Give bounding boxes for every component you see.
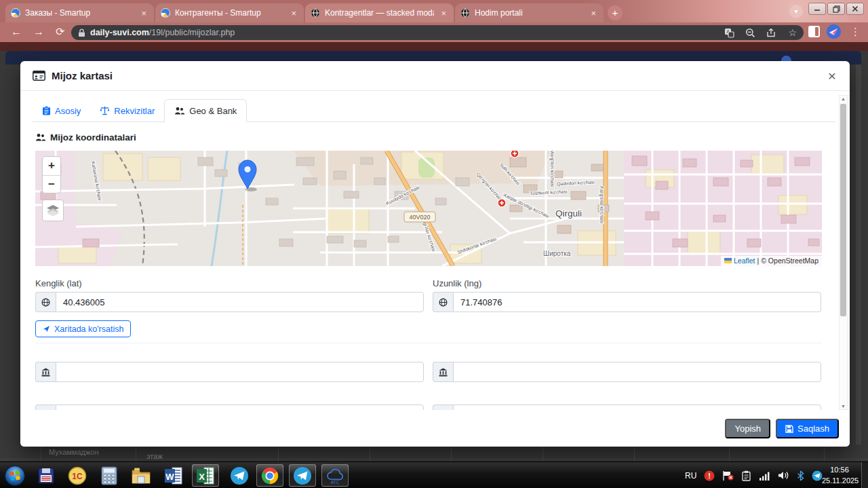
tab-rekvizitlar[interactable]: Rekvizitlar [90, 99, 164, 122]
reload-button[interactable]: ⟳ [56, 24, 64, 39]
modal-footer: Yopish Saqlash [20, 410, 850, 447]
bank-icon [35, 362, 56, 382]
globe-favicon [460, 8, 470, 18]
windows-start-icon [4, 465, 26, 487]
svg-text:W: W [165, 471, 174, 481]
ukraine-flag-icon [724, 258, 732, 263]
smartup-favicon [11, 8, 20, 18]
clipboard-tray-icon[interactable] [741, 470, 751, 481]
browser-menu-icon[interactable]: ⋮ [850, 24, 861, 39]
zoom-in-button[interactable]: + [43, 157, 60, 175]
share-icon[interactable] [766, 28, 777, 38]
page-scrollbar[interactable] [856, 64, 861, 445]
lat-input[interactable] [56, 292, 424, 312]
network-signal-icon[interactable] [759, 471, 770, 481]
lat-label: Kenglik (lat) [35, 278, 82, 288]
bluetooth-icon[interactable] [797, 470, 804, 481]
side-panel-icon[interactable] [808, 26, 820, 37]
lng-input[interactable] [453, 292, 821, 312]
bookmark-star-icon[interactable]: ☆ [788, 27, 797, 38]
show-desktop-button[interactable] [861, 462, 868, 488]
section-title-text: Mijoz koordinatalari [50, 132, 136, 143]
layers-icon [46, 204, 60, 217]
translate-icon[interactable]: A [724, 28, 734, 38]
file-manager-button[interactable] [127, 464, 155, 487]
map-zoom-control: + − [42, 156, 61, 193]
volume-icon[interactable] [778, 470, 789, 481]
mfo-input-group [35, 405, 424, 410]
telegram-app-button[interactable] [226, 464, 253, 487]
telegram-tray-icon[interactable] [812, 470, 823, 481]
floppy-app-button[interactable] [33, 464, 60, 487]
forward-button[interactable]: → [33, 24, 44, 39]
tab-close-icon[interactable]: × [439, 8, 448, 18]
show-on-map-button[interactable]: Xaritada ko'rsatish [35, 320, 131, 337]
oked-input[interactable] [453, 405, 821, 410]
road-ref-text: 40V020 [409, 214, 430, 221]
saqlash-button[interactable]: Saqlash [776, 419, 839, 438]
taskbar-clock[interactable]: 10:56 25.11.2025 [822, 464, 857, 486]
bank-icon [433, 362, 453, 382]
account-input[interactable] [56, 362, 424, 382]
leaflet-link[interactable]: Leaflet [734, 257, 755, 265]
modal-close-icon[interactable]: × [824, 67, 840, 86]
browser-tab-3-active[interactable]: Kontragentlar — stacked modal ( × [305, 3, 454, 22]
mfo-input[interactable] [56, 405, 424, 410]
table-cell-text: Мухаммаджон [49, 448, 99, 456]
chrome-app-button[interactable] [256, 464, 283, 487]
osm-link[interactable]: © OpenStreetMap [761, 257, 818, 265]
tab-geo-bank[interactable]: Geo & Bank [164, 99, 247, 122]
bank-input-group [433, 362, 821, 382]
modal-tab-bar: Asosiy Rekvizitlar Geo & Bank [33, 99, 835, 122]
tab-close-icon[interactable]: × [289, 8, 298, 18]
1c-app-button[interactable]: 1С [64, 464, 91, 487]
modal-header: Mijoz kartasi × [20, 61, 850, 91]
tab-title: Hodim portali [475, 8, 584, 18]
scrollbar-thumb[interactable] [840, 104, 846, 316]
window-restore-button[interactable] [827, 3, 845, 15]
address-bar[interactable]: daily-suvi.com/19l/public/mijozlar.php A… [71, 25, 804, 40]
oked-input-group [433, 405, 821, 410]
excel-app-button[interactable]: X [192, 464, 219, 487]
browser-tab-2[interactable]: Контрагенты - Smartup × [155, 3, 304, 22]
tab-close-icon[interactable]: × [139, 8, 149, 18]
page-header-band [0, 42, 868, 51]
street-label: Farg'ona ko'chasi [599, 187, 604, 224]
back-button[interactable]: ← [11, 24, 22, 39]
new-tab-button[interactable]: + [608, 5, 623, 20]
word-app-button[interactable]: W [160, 464, 187, 487]
svg-text:1С: 1С [72, 472, 83, 481]
tab-close-icon[interactable]: × [589, 8, 598, 18]
minimize-icon [814, 5, 821, 12]
start-button[interactable] [1, 464, 28, 487]
map-layers-button[interactable] [42, 200, 64, 221]
url-domain: daily-suvi.com [90, 28, 149, 37]
bank-input[interactable] [453, 362, 821, 382]
language-indicator[interactable]: RU [685, 471, 696, 481]
account-input-group [35, 362, 424, 382]
yopish-button[interactable]: Yopish [725, 419, 770, 438]
profile-avatar[interactable] [827, 24, 841, 39]
tab-asosiy[interactable]: Asosiy [33, 99, 90, 122]
scroll-down-icon[interactable]: ▼ [840, 404, 847, 409]
scroll-up-icon[interactable]: ▲ [840, 96, 847, 101]
window-close-button[interactable] [846, 3, 864, 15]
action-center-flag-icon[interactable] [722, 470, 734, 481]
tab-search-chevron-icon[interactable]: ▾ [789, 5, 803, 18]
zoom-out-button[interactable]: − [43, 175, 60, 193]
window-minimize-button[interactable] [808, 3, 826, 15]
scales-icon [100, 106, 110, 115]
modal-scrollbar[interactable]: ▲ ▼ [839, 95, 848, 410]
browser-tab-1[interactable]: Заказы - Smartup × [5, 3, 154, 22]
leaflet-map[interactable]: Kuvaydo ko'chasi Qo'rg'on ko'chasi Yangi… [35, 151, 822, 266]
lock-icon [78, 29, 85, 37]
zoom-icon[interactable] [745, 28, 755, 38]
browser-tab-4[interactable]: Hodim portali × [455, 3, 604, 22]
alert-tray-icon[interactable]: ! [704, 470, 715, 481]
modal-body: Asosiy Rekvizitlar Geo & Bank [20, 92, 837, 410]
telegram2-app-button[interactable] [289, 464, 316, 487]
road-ref-shield: 40V020 [404, 212, 435, 222]
id-card-icon [33, 71, 45, 81]
atc-app-button[interactable]: ATC [321, 464, 349, 487]
calculator-app-button[interactable] [96, 464, 123, 487]
